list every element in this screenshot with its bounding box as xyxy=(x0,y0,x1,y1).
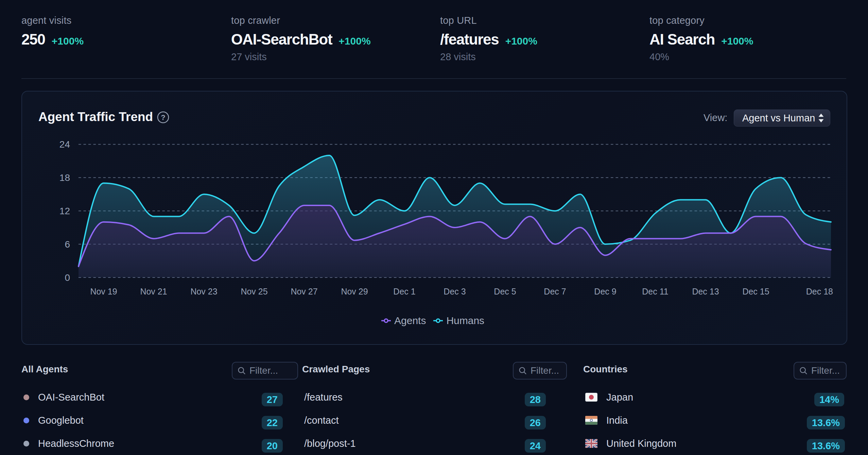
svg-text:12: 12 xyxy=(59,206,70,216)
svg-text:Nov 29: Nov 29 xyxy=(341,287,368,296)
svg-text:6: 6 xyxy=(65,239,70,250)
svg-text:Dec 15: Dec 15 xyxy=(742,287,769,296)
svg-text:Dec 13: Dec 13 xyxy=(692,287,719,296)
svg-text:Nov 21: Nov 21 xyxy=(140,287,167,296)
svg-text:Nov 27: Nov 27 xyxy=(291,287,317,296)
svg-text:?: ? xyxy=(161,113,165,122)
svg-text:0: 0 xyxy=(65,272,70,283)
svg-text:18: 18 xyxy=(59,172,70,183)
svg-text:Dec 5: Dec 5 xyxy=(494,287,516,296)
svg-text:24: 24 xyxy=(59,139,70,150)
svg-text:Nov 19: Nov 19 xyxy=(90,287,117,296)
svg-text:Nov 25: Nov 25 xyxy=(241,287,267,296)
svg-text:Dec 3: Dec 3 xyxy=(444,287,466,296)
svg-text:Dec 11: Dec 11 xyxy=(642,287,668,296)
svg-text:Dec 9: Dec 9 xyxy=(594,287,616,296)
svg-text:Dec 18: Dec 18 xyxy=(806,287,833,296)
svg-text:Nov 23: Nov 23 xyxy=(190,287,217,296)
svg-text:Dec 7: Dec 7 xyxy=(544,287,566,296)
svg-text:Dec 1: Dec 1 xyxy=(393,287,415,296)
